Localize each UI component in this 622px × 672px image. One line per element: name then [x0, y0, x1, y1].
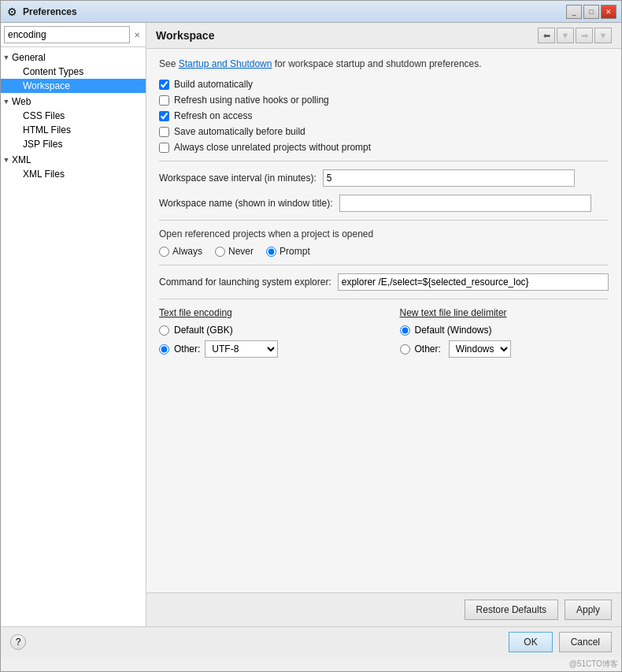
- nav-dropdown-back-button[interactable]: ▼: [557, 28, 574, 43]
- sidebar-item-label: Content Types: [23, 66, 83, 77]
- restore-defaults-button[interactable]: Restore Defaults: [465, 600, 558, 620]
- checkbox-build-auto: Build automatically: [159, 79, 609, 90]
- line-delimiter-title-text: New text file line delimiter: [400, 307, 507, 318]
- minimize-button[interactable]: _: [566, 5, 582, 19]
- command-label: Command for launching system explorer:: [159, 277, 331, 288]
- text-encoding-title-text: Text file encoding: [159, 307, 232, 318]
- sidebar-item-label: General: [12, 52, 46, 63]
- close-unrelated-checkbox[interactable]: [159, 143, 169, 153]
- delimiter-dropdown[interactable]: Windows Unix Mac: [449, 340, 511, 358]
- sidebar-item-html-files[interactable]: HTML Files: [1, 123, 146, 137]
- sidebar-item-css-files[interactable]: CSS Files: [1, 109, 146, 123]
- encoding-default-radio[interactable]: [159, 325, 169, 336]
- close-button[interactable]: ✕: [601, 5, 616, 19]
- command-row: Command for launching system explorer:: [159, 273, 609, 291]
- workspace-name-row: Workspace name (shown in window title):: [159, 195, 609, 212]
- prompt-label: Prompt: [280, 246, 310, 257]
- search-input[interactable]: [4, 26, 130, 43]
- content-area: ✕ ▼ General Content Types Workspace ▼: [1, 23, 621, 626]
- delimiter-other-label: Other:: [415, 343, 441, 355]
- footer-bar: ? OK Cancel: [1, 626, 621, 657]
- startup-shutdown-link[interactable]: Startup and Shutdown: [179, 58, 272, 69]
- encoding-section: Text file encoding Default (GBK) Other:: [159, 307, 609, 362]
- panel-header: Workspace ⬅ ▼ ➡ ▼: [146, 23, 621, 49]
- checkbox-close-unrelated: Always close unrelated projects without …: [159, 142, 609, 153]
- title-bar-buttons: _ □ ✕: [566, 5, 616, 19]
- line-delimiter-title: New text file line delimiter: [400, 307, 609, 318]
- encoding-other-radio[interactable]: [159, 344, 169, 355]
- nav-back-button[interactable]: ⬅: [538, 28, 555, 43]
- checkbox-save-before-build: Save automatically before build: [159, 126, 609, 137]
- never-radio[interactable]: [215, 247, 225, 257]
- refresh-native-checkbox[interactable]: [159, 95, 169, 106]
- info-text-post: for workspace startup and shutdown prefe…: [272, 58, 481, 69]
- sidebar-item-workspace[interactable]: Workspace: [1, 79, 146, 93]
- panel-nav: ⬅ ▼ ➡ ▼: [538, 28, 612, 43]
- encoding-other-label: Other:: [174, 343, 200, 355]
- main-panel: Workspace ⬅ ▼ ➡ ▼ See Startup and Shutdo…: [146, 23, 621, 626]
- refresh-access-label: Refresh on access: [174, 110, 252, 121]
- delimiter-default-label: Default (Windows): [415, 325, 492, 336]
- sidebar-item-xml-files[interactable]: XML Files: [1, 167, 146, 181]
- save-before-build-checkbox[interactable]: [159, 127, 169, 137]
- refresh-access-checkbox[interactable]: [159, 111, 169, 121]
- text-encoding-title: Text file encoding: [159, 307, 368, 318]
- cancel-button[interactable]: Cancel: [559, 632, 612, 652]
- window-icon: ⚙: [6, 6, 18, 18]
- always-radio[interactable]: [159, 247, 169, 257]
- encoding-dropdown[interactable]: UTF-8 GBK ISO-8859-1 US-ASCII UTF-16: [205, 340, 278, 358]
- sidebar-item-label: Workspace: [23, 80, 70, 91]
- checkbox-refresh-access: Refresh on access: [159, 110, 609, 121]
- panel-content: See Startup and Shutdown for workspace s…: [146, 49, 621, 592]
- refresh-native-label: Refresh using native hooks or polling: [174, 95, 329, 106]
- sidebar-item-jsp-files[interactable]: JSP Files: [1, 137, 146, 151]
- sidebar-item-label: JSP Files: [23, 139, 62, 150]
- encoding-default-label: Default (GBK): [174, 325, 233, 336]
- delimiter-other-radio[interactable]: [400, 344, 410, 355]
- command-input[interactable]: [338, 273, 609, 291]
- nav-dropdown-forward-button[interactable]: ▼: [594, 28, 612, 43]
- help-button[interactable]: ?: [10, 634, 26, 650]
- sidebar-item-label: Web: [12, 96, 31, 107]
- delimiter-default-radio[interactable]: [400, 325, 410, 336]
- apply-button[interactable]: Apply: [565, 600, 612, 620]
- never-label: Never: [228, 246, 254, 257]
- maximize-button[interactable]: □: [583, 5, 599, 19]
- prompt-radio[interactable]: [266, 247, 276, 257]
- sidebar-item-xml[interactable]: ▼ XML: [1, 153, 146, 167]
- save-interval-label: Workspace save interval (in minutes):: [159, 173, 317, 184]
- line-delimiter-col: New text file line delimiter Default (Wi…: [400, 307, 609, 362]
- divider-4: [159, 299, 609, 299]
- ok-button[interactable]: OK: [509, 632, 552, 652]
- delimiter-default-row: Default (Windows): [400, 325, 609, 336]
- sidebar: ✕ ▼ General Content Types Workspace ▼: [1, 23, 146, 626]
- workspace-name-label: Workspace name (shown in window title):: [159, 198, 333, 209]
- save-before-build-label: Save automatically before build: [174, 126, 305, 137]
- build-auto-label: Build automatically: [174, 79, 253, 90]
- search-clear-icon[interactable]: ✕: [131, 28, 143, 41]
- save-interval-row: Workspace save interval (in minutes):: [159, 169, 609, 187]
- open-projects-radio-row: Always Never Prompt: [159, 246, 609, 257]
- info-text-pre: See: [159, 58, 179, 69]
- sidebar-item-content-types[interactable]: Content Types: [1, 65, 146, 79]
- search-box: ✕: [1, 23, 146, 47]
- tree: ▼ General Content Types Workspace ▼ Web: [1, 47, 146, 626]
- title-bar: ⚙ Preferences _ □ ✕: [1, 1, 621, 23]
- sidebar-item-web[interactable]: ▼ Web: [1, 95, 146, 109]
- sidebar-item-label: XML Files: [23, 169, 65, 180]
- sidebar-item-label: HTML Files: [23, 124, 71, 136]
- delimiter-other-row: Other: Windows Unix Mac: [400, 340, 609, 358]
- watermark: @51CTO博客: [1, 657, 621, 671]
- sidebar-item-general[interactable]: ▼ General: [1, 50, 146, 65]
- radio-never: Never: [215, 246, 254, 257]
- bottom-bar: Restore Defaults Apply: [146, 592, 621, 626]
- text-encoding-col: Text file encoding Default (GBK) Other:: [159, 307, 368, 362]
- save-interval-input[interactable]: [323, 169, 575, 187]
- build-auto-checkbox[interactable]: [159, 80, 169, 90]
- info-text: See Startup and Shutdown for workspace s…: [159, 58, 609, 69]
- nav-forward-button[interactable]: ➡: [576, 28, 593, 43]
- arrow-icon: ▼: [1, 156, 12, 164]
- radio-prompt: Prompt: [266, 246, 310, 257]
- workspace-name-input[interactable]: [339, 195, 591, 212]
- always-label: Always: [172, 246, 202, 257]
